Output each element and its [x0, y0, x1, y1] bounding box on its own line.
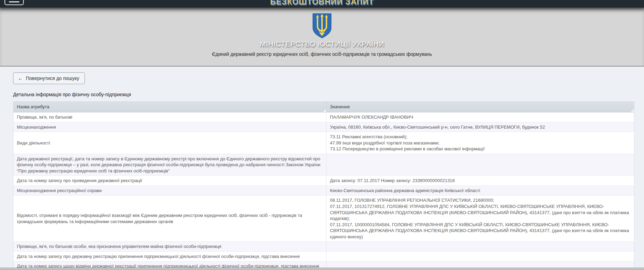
attribute-name-cell: Види діяльності	[13, 132, 326, 154]
attribute-name-cell: Дата та номер запису про державну реєстр…	[13, 251, 326, 261]
ukraine-trident-emblem	[0, 8, 644, 39]
attribute-name-cell: Прізвище, ім'я, по батькові	[13, 112, 326, 122]
column-resize-grip[interactable]	[323, 109, 326, 112]
page-title: Детальна інформація про фізичну особу-пі…	[13, 92, 634, 97]
value-cell	[326, 242, 634, 252]
table-row: Відомості, отримані в порядку інформацій…	[13, 196, 634, 242]
value-cell: Україна, 08160, Київська обл., Києво-Свя…	[326, 122, 634, 132]
attributes-table-body: Прізвище, ім'я, по батькові ПАЛАМАРЧУК О…	[13, 112, 634, 270]
value-cell	[326, 251, 634, 261]
column-header-attribute-name[interactable]: Назва атрибута	[13, 102, 326, 112]
attribute-name-cell: Дата державної реєстрації, дата та номер…	[13, 154, 326, 176]
arrow-left-icon: ←	[18, 75, 23, 81]
main-content: ← Повернутися до пошуку Детальна інформа…	[0, 67, 644, 270]
value-cell: ПАЛАМАРЧУК ОЛЕКСАНДР ІВАНОВИЧ	[326, 112, 634, 122]
attribute-name-cell: Місцезнаходження реєстраційної справи	[13, 186, 326, 196]
table-row: Дата та номер запису про проведення держ…	[13, 176, 634, 186]
ministry-header: МІНІСТЕРСТВО ЮСТИЦІЇ УКРАЇНИ Єдиний держ…	[0, 8, 644, 67]
table-header-row: Назва атрибута Значення	[13, 102, 634, 112]
value-cell: 08.11.2017, ГОЛОВНЕ УПРАВЛІННЯ РЕГІОНАЛЬ…	[326, 196, 634, 242]
table-row: Прізвище, ім'я, по батькові особи, яка п…	[13, 242, 634, 252]
ministry-title: МІНІСТЕРСТВО ЮСТИЦІЇ УКРАЇНИ	[0, 40, 644, 48]
attribute-name-cell: Місцезнаходження	[13, 122, 326, 132]
attribute-name-cell: Відомості, отримані в порядку інформацій…	[13, 196, 326, 242]
table-row: Прізвище, ім'я, по батькові ПАЛАМАРЧУК О…	[13, 112, 634, 122]
attributes-table: Назва атрибута Значення Прізвище, ім'я, …	[13, 101, 634, 270]
column-resize-grip[interactable]	[631, 109, 634, 112]
table-row: Місцезнаходження Україна, 08160, Київськ…	[13, 122, 634, 132]
registry-subtitle: Єдиний державний реєстр юридичних осіб, …	[0, 51, 644, 57]
attribute-name-cell: Дата та номер запису про проведення держ…	[13, 176, 326, 186]
free-request-title: БЕЗКОШТОВНИЙ ЗАПИТ	[0, 0, 644, 7]
top-navigation-bar: БЕЗКОШТОВНИЙ ЗАПИТ	[0, 0, 644, 8]
back-button-label: Повернутися до пошуку	[26, 76, 79, 81]
value-cell: Києво-Святошинська районна державна адмі…	[326, 186, 634, 196]
value-cell: 73.11 Рекламні агентства (основний); 47.…	[326, 132, 634, 154]
table-row: Місцезнаходження реєстраційної справи Ки…	[13, 186, 634, 196]
back-to-search-button[interactable]: ← Повернутися до пошуку	[13, 72, 85, 84]
column-header-value[interactable]: Значення	[326, 102, 634, 112]
value-cell	[326, 154, 634, 176]
table-row: Дата державної реєстрації, дата та номер…	[13, 154, 634, 176]
attribute-name-cell: Прізвище, ім'я, по батькові особи, яка п…	[13, 242, 326, 252]
value-cell: Дата запису: 07.11.2017 Номер запису: 23…	[326, 176, 634, 186]
horizontal-scrollbar[interactable]	[0, 268, 644, 270]
table-row: Види діяльності 73.11 Рекламні агентства…	[13, 132, 634, 154]
table-row: Дата та номер запису про державну реєстр…	[13, 251, 634, 261]
